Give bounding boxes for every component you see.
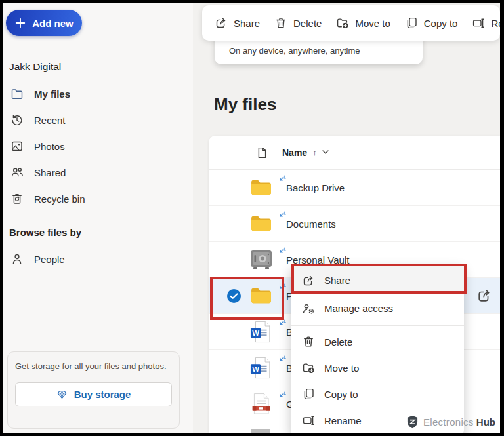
sidebar-item-shared[interactable]: Shared: [3, 159, 193, 186]
context-menu-move-to[interactable]: Move to: [291, 355, 464, 381]
rename-icon: [472, 16, 485, 30]
next-file-icon-peek: [251, 429, 270, 433]
context-menu-delete-label: Delete: [324, 336, 352, 347]
context-menu-manage-access-label: Manage access: [324, 303, 393, 314]
promo-card-text: On any device, anywhere, anytime: [229, 46, 360, 56]
file-type-column-icon: [255, 146, 268, 159]
buy-storage-label: Buy storage: [74, 389, 131, 400]
person-icon: [10, 252, 24, 266]
add-new-button[interactable]: Add new: [6, 10, 82, 36]
sidebar-nav: My files Recent Photos Shared Recycle bi…: [3, 81, 193, 212]
context-menu-move-to-label: Move to: [324, 363, 359, 374]
toolbar-delete-button[interactable]: Delete: [274, 16, 322, 30]
sidebar-item-recent[interactable]: Recent: [3, 107, 193, 133]
chevron-down-icon: [322, 150, 329, 155]
toolbar-share-button[interactable]: Share: [215, 16, 260, 30]
sidebar-item-label: Shared: [34, 167, 66, 178]
sidebar-item-label: My files: [34, 89, 70, 100]
electronics-hub-watermark: Electronics Hub: [406, 415, 495, 429]
folder-icon: [250, 214, 272, 233]
people-icon: [10, 166, 24, 179]
move-to-folder-icon: [336, 16, 349, 30]
context-menu-divider: [291, 325, 464, 326]
file-row-documents[interactable]: Documents: [209, 206, 500, 242]
trash-icon: [302, 335, 315, 348]
toolbar-delete-label: Delete: [293, 18, 322, 29]
shortcut-sparkle-icon: [278, 247, 286, 256]
watermark-brand-bold: Hub: [476, 416, 495, 427]
context-menu-copy-to[interactable]: Copy to: [291, 381, 464, 407]
sidebar-item-people[interactable]: People: [3, 246, 193, 272]
shortcut-sparkle-icon: [278, 391, 286, 400]
context-menu-copy-to-label: Copy to: [324, 389, 358, 400]
diamond-icon: [56, 389, 68, 400]
storage-promo-box: Get storage for all your files and photo…: [7, 351, 180, 429]
photo-icon: [10, 140, 24, 153]
row-share-icon[interactable]: [476, 288, 492, 304]
selection-toolbar: Share Delete Move to Copy to Rename: [202, 5, 500, 41]
history-clock-icon: [10, 113, 24, 127]
personal-vault-icon: [249, 250, 273, 269]
sidebar-item-photos[interactable]: Photos: [3, 133, 193, 159]
sidebar: Add new Jakk Digital My files Recent Pho…: [3, 3, 193, 433]
toolbar-copy-to-button[interactable]: Copy to: [405, 16, 458, 30]
browse-nav: People: [3, 246, 193, 272]
sidebar-item-my-files[interactable]: My files: [3, 81, 193, 107]
manage-access-icon: [302, 302, 315, 315]
name-column-label: Name: [282, 148, 307, 158]
rename-icon: [302, 414, 315, 427]
word-document-icon: [250, 321, 272, 343]
copy-icon: [405, 16, 418, 30]
add-new-label: Add new: [32, 18, 74, 29]
sort-ascending-icon: ↑: [312, 148, 317, 157]
context-menu-delete[interactable]: Delete: [291, 328, 464, 355]
context-menu-manage-access[interactable]: Manage access: [291, 294, 464, 323]
recycle-bin-icon: [10, 192, 24, 205]
name-column-header[interactable]: Name ↑: [282, 148, 329, 158]
file-list-header: Name ↑: [209, 136, 500, 170]
shortcut-sparkle-icon: [278, 175, 286, 184]
sidebar-item-label: People: [34, 254, 65, 265]
toolbar-rename-label: Rename: [491, 18, 500, 29]
toolbar-share-label: Share: [234, 18, 260, 29]
file-name: Documents: [286, 218, 336, 229]
storage-message: Get storage for all your files and photo…: [15, 361, 172, 371]
sidebar-item-label: Recycle bin: [34, 193, 85, 205]
move-to-folder-icon: [302, 361, 315, 374]
toolbar-rename-button[interactable]: Rename: [472, 16, 500, 30]
folder-icon: [250, 178, 272, 197]
generic-file-icon: [251, 392, 271, 416]
shield-logo-icon: [406, 415, 419, 429]
sidebar-item-label: Recent: [34, 115, 66, 126]
annotation-box-selected-row: [210, 277, 284, 320]
file-row-backup-drive[interactable]: Backup Drive: [209, 170, 500, 206]
sidebar-item-recycle-bin[interactable]: Recycle bin: [3, 186, 193, 212]
file-name: Backup Drive: [286, 182, 345, 193]
buy-storage-button[interactable]: Buy storage: [15, 382, 172, 406]
onedrive-app-window: Add new Jakk Digital My files Recent Pho…: [3, 3, 500, 433]
share-icon: [215, 16, 228, 30]
page-title: My files: [214, 94, 276, 115]
watermark-brand-regular: Electronics: [423, 416, 474, 427]
annotation-box-share-menu-item: [291, 264, 467, 294]
browse-files-by-heading: Browse files by: [9, 227, 81, 238]
context-menu-rename-label: Rename: [324, 415, 362, 426]
folder-icon: [10, 87, 24, 100]
account-name: Jakk Digital: [9, 61, 61, 73]
shortcut-sparkle-icon: [278, 211, 286, 220]
toolbar-move-to-label: Move to: [355, 18, 390, 29]
toolbar-move-to-button[interactable]: Move to: [336, 16, 390, 30]
shortcut-sparkle-icon: [278, 355, 286, 364]
toolbar-copy-to-label: Copy to: [424, 18, 458, 29]
shortcut-sparkle-icon: [278, 319, 286, 328]
sidebar-item-label: Photos: [34, 141, 65, 152]
plus-icon: [14, 17, 26, 29]
trash-icon: [274, 16, 287, 30]
word-document-icon: [250, 357, 272, 379]
copy-icon: [302, 387, 315, 401]
